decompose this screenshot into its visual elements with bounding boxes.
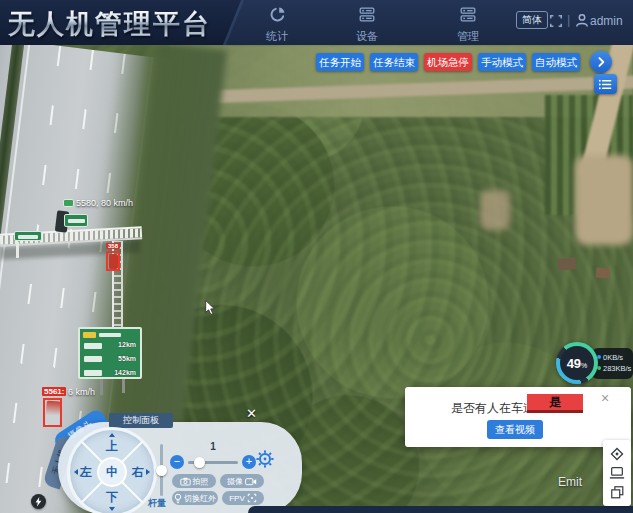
control-panel-title[interactable]: 控制面板 [109, 413, 173, 428]
track-id-2: 5561: [42, 387, 66, 396]
language-toggle-button[interactable]: 简体 [516, 11, 548, 29]
down-arrow-icon [109, 507, 115, 511]
server-stack-icon [358, 6, 376, 23]
task-end-button[interactable]: 任务结束 [370, 53, 418, 71]
task-start-button[interactable]: 任务开始 [316, 53, 364, 71]
network-rate-panel: 0KB/s 283KB/s [592, 348, 633, 379]
sign-distance-2: 55km [118, 355, 136, 362]
header-divider: | [567, 12, 570, 27]
truck-red-small [109, 254, 118, 269]
right-arrow-icon [146, 469, 150, 475]
track-id-3: 358 [106, 243, 120, 249]
map-tools-panel [603, 440, 631, 506]
laptop-icon[interactable] [609, 466, 625, 480]
gantry-sign [64, 214, 88, 227]
record-button[interactable]: 摄像 [220, 474, 264, 488]
nav-statistics-label: 统计 [245, 29, 309, 44]
switch-infrared-button[interactable]: 切换红外 [172, 491, 218, 505]
fpv-view-icon [247, 493, 257, 503]
dpad-center-button[interactable]: 中 [97, 457, 127, 487]
highway-median [0, 45, 24, 513]
nav-devices-label: 设备 [335, 29, 399, 44]
video-camera-icon [245, 477, 257, 486]
track-speed-2: 6 km/h [68, 387, 95, 397]
gantry-tower [112, 241, 123, 333]
player-info-button[interactable] [31, 494, 46, 509]
copy-layers-icon[interactable] [610, 485, 625, 500]
chevron-right-icon [594, 55, 608, 69]
confirm-yes-button[interactable]: 是 [527, 394, 583, 413]
stick-slider-knob[interactable] [156, 465, 167, 476]
highway-distance-sign: 12km 55km 142km [78, 327, 142, 379]
stick-amount-label: 杆量 [148, 497, 166, 510]
zoom-slider[interactable] [188, 461, 238, 464]
crop-rows [545, 95, 633, 215]
stick-amount-slider[interactable] [160, 444, 163, 496]
bare-field-2 [480, 190, 510, 230]
zoom-slider-knob[interactable] [194, 457, 205, 468]
auto-mode-button[interactable]: 自动模式 [532, 53, 580, 71]
track-box-3 [106, 251, 120, 271]
mouse-cursor [205, 300, 216, 316]
nav-management[interactable]: 管理 [436, 6, 500, 44]
track-chip-1 [63, 199, 74, 207]
app-title: 无人机管理平台 [8, 6, 211, 42]
dialog-close-icon[interactable]: × [601, 390, 609, 406]
farm-house [557, 257, 576, 271]
left-arrow-icon [74, 469, 78, 475]
nav-management-label: 管理 [436, 29, 500, 44]
zoom-plus-button[interactable]: + [242, 455, 256, 469]
downlink-rate: 283KB/s [603, 364, 631, 373]
downlink-row: 283KB/s [597, 363, 633, 374]
nav-statistics[interactable]: 统计 [245, 6, 309, 44]
uplink-row: 0KB/s [597, 352, 633, 363]
fpv-button[interactable]: FPV [222, 491, 264, 505]
photo-button[interactable]: 拍照 [172, 474, 216, 488]
bulb-icon [174, 493, 182, 504]
truck-red [45, 401, 61, 426]
emergency-stop-button[interactable]: 机场急停 [424, 53, 472, 71]
track-speed-label-1: 5580, 80 km/h [76, 198, 133, 208]
position-diamond-icon[interactable] [609, 446, 625, 462]
zoom-value: 1 [188, 441, 238, 452]
gimbal-settings-button[interactable] [256, 450, 274, 472]
video-bottom-edge [248, 506, 633, 513]
drone-management-app: 5580, 80 km/h 358 5561: 6 km/h 12km 55km… [0, 0, 633, 513]
track-box-2 [43, 398, 62, 427]
gantry-leg [16, 242, 19, 258]
bolt-icon [35, 497, 42, 507]
farm-house-2 [596, 268, 611, 279]
sign-distance-1: 12km [118, 341, 136, 348]
nav-devices[interactable]: 设备 [335, 6, 399, 44]
fullscreen-icon[interactable] [549, 14, 563, 28]
camera-icon [180, 477, 191, 486]
dpad-up-button[interactable]: 上 [106, 438, 118, 455]
emit-label: Emit [558, 475, 582, 489]
car-dark [55, 210, 69, 232]
dpad-down-button[interactable]: 下 [106, 489, 118, 506]
zoom-minus-button[interactable]: − [170, 455, 184, 469]
dirt-road-horizontal [205, 76, 633, 104]
control-panel-close[interactable]: ✕ [246, 406, 257, 421]
user-icon [575, 13, 589, 28]
list-icon [598, 78, 613, 91]
username[interactable]: admin [590, 14, 623, 28]
dpad-left-button[interactable]: 左 [80, 464, 92, 481]
app-header: 无人机管理平台 统计 设备 管理 简体 [0, 0, 633, 45]
aerial-video-feed: 5580, 80 km/h 358 5561: 6 km/h 12km 55km… [0, 45, 633, 513]
road-sign-small [14, 231, 42, 241]
manual-mode-button[interactable]: 手动模式 [478, 53, 526, 71]
task-list-button[interactable] [594, 74, 617, 94]
lane-alert-dialog: 是否有人在车道上: 是 × 查看视频 [405, 387, 631, 447]
battery-gauge: 49% [556, 342, 598, 384]
gantry-truss [0, 226, 142, 246]
server-stack-icon-2 [459, 6, 477, 23]
sign-distance-3: 142km [114, 369, 136, 376]
expand-toolbar-button[interactable] [590, 51, 612, 73]
gimbal-dpad[interactable]: 上 下 左 右 中 [67, 427, 157, 513]
bare-field [575, 155, 633, 245]
dpad-right-button[interactable]: 右 [132, 464, 144, 481]
up-arrow-icon [109, 433, 115, 437]
view-video-button[interactable]: 查看视频 [487, 420, 543, 439]
gear-icon [256, 450, 274, 468]
